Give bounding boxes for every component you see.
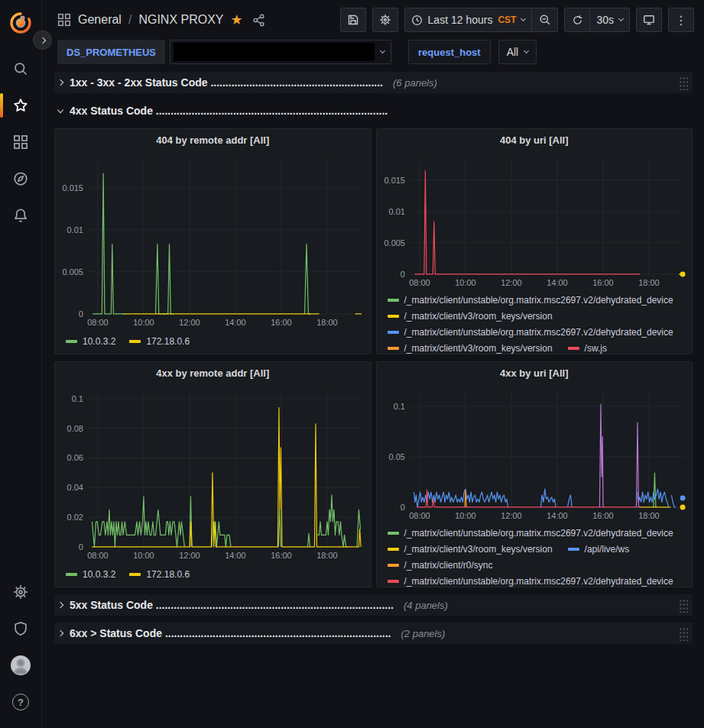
legend-item[interactable]: /_matrix/client/unstable/org.matrix.msc2…: [388, 573, 673, 587]
legend-item[interactable]: 10.0.3.2: [66, 566, 115, 582]
panel-title[interactable]: 4xx by uri [All]: [377, 362, 693, 383]
legend-label: /_matrix/client/unstable/org.matrix.msc2…: [404, 327, 673, 338]
time-range-label: Last 12 hours: [428, 14, 493, 26]
chart-panel-404-by-remote-addr: 404 by remote addr [All] 08:0010:0012:00…: [54, 128, 371, 354]
row-1xx-3xx-2xx-status-code[interactable]: 1xx - 3xx - 2xx Status Code ............…: [54, 72, 693, 93]
drag-handle-icon[interactable]: [678, 76, 688, 90]
timezone-label: CST: [498, 15, 516, 25]
legend-swatch-icon: [388, 548, 399, 551]
bell-icon: [13, 208, 28, 223]
legend-label: /_matrix/client/r0/sync: [404, 560, 493, 571]
timeseries-chart[interactable]: 08:0010:0012:0014:0016:0018:0000.0050.01…: [55, 150, 371, 329]
svg-text:12:00: 12:00: [501, 278, 521, 287]
timeseries-chart[interactable]: 08:0010:0012:0014:0016:0018:0000.020.040…: [55, 383, 371, 562]
star-favorite-icon[interactable]: ★: [231, 13, 243, 27]
share-icon[interactable]: [252, 14, 265, 27]
row-5xx-status-code[interactable]: 5xx Status Code ........................…: [54, 594, 693, 616]
svg-text:16:00: 16:00: [592, 278, 613, 287]
sidebar-expand-button[interactable]: [33, 31, 52, 50]
svg-text:14:00: 14:00: [547, 278, 567, 287]
breadcrumb-separator: /: [128, 13, 131, 27]
drag-handle-icon[interactable]: [678, 626, 688, 641]
legend-item[interactable]: 10.0.3.2: [66, 333, 115, 349]
drag-handle-icon[interactable]: [678, 598, 688, 613]
legend-item[interactable]: 172.18.0.6: [129, 333, 190, 349]
refresh-interval-picker[interactable]: 30s: [590, 8, 630, 32]
legend-label: /_matrix/client/v3/room_keys/version: [404, 343, 553, 354]
refresh-button[interactable]: [564, 8, 590, 32]
legend-label: /_matrix/client/v3/room_keys/version: [404, 544, 553, 555]
timeseries-chart[interactable]: 08:0010:0012:0014:0016:0018:0000.050.1: [377, 383, 693, 523]
svg-text:18:00: 18:00: [316, 318, 337, 327]
variable-value-ds-prometheus[interactable]: [170, 40, 391, 64]
more-options-button[interactable]: ⋮: [668, 8, 694, 32]
svg-text:08:00: 08:00: [87, 318, 108, 327]
sidebar-item-configuration[interactable]: [0, 574, 42, 610]
row-6xx-status-code[interactable]: 6xx > Status Code ......................…: [54, 623, 693, 644]
breadcrumb-folder[interactable]: General: [78, 13, 122, 27]
sidebar-item-profile[interactable]: [0, 647, 42, 684]
svg-text:0.01: 0.01: [67, 225, 83, 235]
sidebar-item-help[interactable]: ?: [0, 684, 42, 720]
legend-label: /api/live/ws: [585, 544, 630, 555]
sidebar-item-explore[interactable]: [0, 160, 42, 197]
save-dashboard-button[interactable]: [340, 8, 366, 32]
dashboards-grid-icon: [13, 134, 28, 150]
legend-swatch-icon: [388, 580, 399, 583]
variable-label-ds-prometheus[interactable]: DS_PROMETHEUS: [57, 40, 165, 64]
dashboards-grid-icon[interactable]: [57, 13, 71, 27]
svg-text:0.04: 0.04: [67, 483, 83, 492]
timeseries-chart[interactable]: 08:0010:0012:0014:0016:0018:0000.0050.01…: [377, 150, 693, 290]
legend-item[interactable]: /_matrix/client/v3/room_keys/version: [388, 541, 553, 557]
sidebar-item-alerting[interactable]: [0, 197, 42, 234]
panel-title[interactable]: 404 by uri [All]: [377, 129, 693, 150]
svg-text:0.015: 0.015: [63, 183, 83, 193]
sidebar-item-search[interactable]: [0, 50, 42, 87]
time-range-picker[interactable]: Last 12 hours CST: [404, 8, 533, 32]
legend-item[interactable]: /api/live/ws: [568, 541, 630, 557]
legend-item[interactable]: /_matrix/client/v3/room_keys/version: [388, 308, 553, 324]
legend-item[interactable]: /sw.js: [568, 340, 607, 354]
panel-legend: /_matrix/client/unstable/org.matrix.msc2…: [377, 290, 693, 354]
page-title[interactable]: NGINX PROXY: [138, 13, 223, 27]
svg-text:0.05: 0.05: [388, 452, 404, 461]
svg-text:0.02: 0.02: [67, 513, 83, 522]
legend-item[interactable]: /_matrix/client/r0/sync: [388, 557, 493, 573]
sidebar-item-dashboards[interactable]: [0, 124, 42, 160]
legend-item[interactable]: 172.18.0.6: [129, 566, 190, 582]
panel-title[interactable]: 4xx by remote addr [All]: [55, 362, 371, 383]
compass-icon: [13, 171, 28, 186]
tv-mode-button[interactable]: [636, 8, 662, 32]
legend-item[interactable]: /_matrix/client/unstable/org.matrix.msc2…: [388, 525, 673, 541]
legend-item[interactable]: /_matrix/client/unstable/org.matrix.msc2…: [388, 292, 673, 308]
top-navbar: General / NGINX PROXY ★: [42, 0, 704, 40]
row-4xx-status-code[interactable]: 4xx Status Code ........................…: [54, 100, 693, 121]
row-panel-count: (4 panels): [404, 600, 448, 611]
svg-text:0.06: 0.06: [67, 453, 83, 462]
svg-text:18:00: 18:00: [638, 511, 659, 520]
legend-swatch-icon: [388, 299, 399, 302]
svg-text:0.1: 0.1: [72, 394, 83, 403]
svg-text:16:00: 16:00: [592, 511, 613, 520]
legend-item[interactable]: /_matrix/client/unstable/org.matrix.msc2…: [388, 324, 673, 340]
legend-label: 10.0.3.2: [83, 336, 115, 347]
chevron-down-icon: [57, 106, 63, 112]
panel-grid-row-1: 404 by remote addr [All] 08:0010:0012:00…: [54, 128, 693, 354]
svg-text:08:00: 08:00: [409, 511, 430, 520]
legend-label: 10.0.3.2: [83, 569, 115, 580]
variable-value-request-host[interactable]: All: [498, 40, 537, 64]
legend-swatch-icon: [388, 347, 399, 350]
svg-text:18:00: 18:00: [316, 551, 337, 560]
row-title: 1xx - 3xx - 2xx Status Code ............…: [70, 76, 383, 89]
legend-swatch-icon: [66, 573, 77, 576]
dashboard-settings-button[interactable]: [372, 8, 398, 32]
legend-swatch-icon: [129, 573, 141, 576]
zoom-out-time-button[interactable]: [532, 8, 558, 32]
chevron-right-icon: [57, 602, 63, 608]
legend-item[interactable]: /_matrix/client/v3/room_keys/version: [388, 340, 553, 354]
svg-text:0.005: 0.005: [384, 238, 404, 248]
sidebar-item-server-admin[interactable]: [0, 610, 42, 647]
sidebar-item-starred[interactable]: [0, 87, 42, 124]
panel-title[interactable]: 404 by remote addr [All]: [55, 129, 371, 150]
variable-label-request-host[interactable]: request_host: [408, 40, 491, 64]
